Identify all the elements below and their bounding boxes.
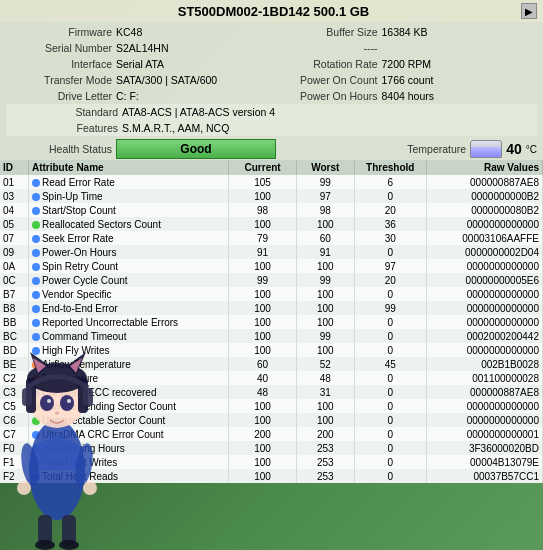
cell-worst: 100 xyxy=(296,287,354,301)
rotation-value: 7200 RPM xyxy=(382,58,462,70)
cell-current: 91 xyxy=(229,245,296,259)
health-status-button[interactable]: Good xyxy=(116,139,276,159)
transfer-label: Transfer Mode xyxy=(6,74,116,86)
cell-threshold: 30 xyxy=(354,231,426,245)
cell-id: 0A xyxy=(0,259,28,273)
close-button[interactable]: ▶ xyxy=(521,3,537,19)
power-on-hours-value: 8404 hours xyxy=(382,90,462,102)
status-dot xyxy=(32,417,40,425)
table-row: B7 Vendor Specific 100 100 0 00000000000… xyxy=(0,287,543,301)
table-row: F2 Total Host Reads 100 253 0 00037B57CC… xyxy=(0,469,543,483)
buffer-size-value: 16384 KB xyxy=(382,26,462,38)
cell-worst: 60 xyxy=(296,231,354,245)
status-dot xyxy=(32,347,40,355)
cell-worst: 99 xyxy=(296,329,354,343)
cell-threshold: 97 xyxy=(354,259,426,273)
cell-current: 48 xyxy=(229,385,296,399)
cell-threshold: 0 xyxy=(354,329,426,343)
cell-current: 79 xyxy=(229,231,296,245)
cell-current: 100 xyxy=(229,399,296,413)
serial-label: Serial Number xyxy=(6,42,116,54)
cell-threshold: 0 xyxy=(354,343,426,357)
table-row: F0 Head Flying Hours 100 253 0 3F3600002… xyxy=(0,441,543,455)
col-header-threshold: Threshold xyxy=(354,160,426,175)
cell-worst: 100 xyxy=(296,217,354,231)
cell-threshold: 0 xyxy=(354,245,426,259)
status-dot xyxy=(32,389,40,397)
cell-threshold: 0 xyxy=(354,427,426,441)
buffer-size-label: Buffer Size xyxy=(272,26,382,38)
features-label: Features xyxy=(12,122,122,134)
cell-worst: 99 xyxy=(296,175,354,189)
cell-current: 99 xyxy=(229,273,296,287)
table-row: 04 Start/Stop Count 98 98 20 0000000080B… xyxy=(0,203,543,217)
info-left: Firmware KC48 Serial Number S2AL14HN Int… xyxy=(6,24,272,104)
table-row: 07 Seek Error Rate 79 60 30 00003106AAFF… xyxy=(0,231,543,245)
cell-id: C3 xyxy=(0,385,28,399)
cell-threshold: 0 xyxy=(354,287,426,301)
firmware-value: KC48 xyxy=(116,26,236,38)
separator: ---- xyxy=(272,42,382,54)
cell-id: 04 xyxy=(0,203,28,217)
cell-threshold: 6 xyxy=(354,175,426,189)
cell-worst: 98 xyxy=(296,203,354,217)
cell-name: Spin-Up Time xyxy=(28,189,229,203)
cell-raw: 001100000028 xyxy=(426,371,542,385)
cell-name: UltraDMA CRC Error Count xyxy=(28,427,229,441)
table-row: F1 Total Host Writes 100 253 0 00004B130… xyxy=(0,455,543,469)
cell-current: 100 xyxy=(229,413,296,427)
cell-name: Vendor Specific xyxy=(28,287,229,301)
cell-raw: 000000887AE8 xyxy=(426,385,542,399)
cell-id: C2 xyxy=(0,371,28,385)
cell-id: BB xyxy=(0,315,28,329)
smart-table-body: 01 Read Error Rate 105 99 6 000000887AE8… xyxy=(0,175,543,483)
table-row: 0C Power Cycle Count 99 99 20 0000000000… xyxy=(0,273,543,287)
cell-worst: 52 xyxy=(296,357,354,371)
cell-raw: 000000887AE8 xyxy=(426,175,542,189)
cell-id: C5 xyxy=(0,399,28,413)
table-row: C3 Hardware ECC recovered 48 31 0 000000… xyxy=(0,385,543,399)
cell-id: 01 xyxy=(0,175,28,189)
cell-worst: 100 xyxy=(296,399,354,413)
cell-name: Total Host Reads xyxy=(28,469,229,483)
cell-worst: 99 xyxy=(296,273,354,287)
cell-name: Reported Uncorrectable Errors xyxy=(28,315,229,329)
cell-name: Head Flying Hours xyxy=(28,441,229,455)
cell-threshold: 20 xyxy=(354,273,426,287)
table-row: BB Reported Uncorrectable Errors 100 100… xyxy=(0,315,543,329)
cell-worst: 31 xyxy=(296,385,354,399)
table-row: 03 Spin-Up Time 100 97 0 0000000000B2 xyxy=(0,189,543,203)
col-header-worst: Worst xyxy=(296,160,354,175)
cell-current: 100 xyxy=(229,189,296,203)
cell-threshold: 0 xyxy=(354,385,426,399)
cell-name: Total Host Writes xyxy=(28,455,229,469)
drive-letter-label: Drive Letter xyxy=(6,90,116,102)
cell-id: B7 xyxy=(0,287,28,301)
status-dot xyxy=(32,291,40,299)
cell-raw: 0000000080B2 xyxy=(426,203,542,217)
table-row: C6 Uncorrectable Sector Count 100 100 0 … xyxy=(0,413,543,427)
cell-id: BD xyxy=(0,343,28,357)
status-dot xyxy=(32,333,40,341)
table-row: 05 Reallocated Sectors Count 100 100 36 … xyxy=(0,217,543,231)
cell-id: F2 xyxy=(0,469,28,483)
cell-name: Command Timeout xyxy=(28,329,229,343)
cell-name: Power Cycle Count xyxy=(28,273,229,287)
table-row: B8 End-to-End Error 100 100 99 000000000… xyxy=(0,301,543,315)
cell-id: BE xyxy=(0,357,28,371)
status-dot xyxy=(32,431,40,439)
cell-current: 200 xyxy=(229,427,296,441)
table-header-row: ID Attribute Name Current Worst Threshol… xyxy=(0,160,543,175)
status-dot xyxy=(32,473,40,481)
cell-raw: 0000000000000 xyxy=(426,259,542,273)
cell-name: Current Pending Sector Count xyxy=(28,399,229,413)
cell-worst: 100 xyxy=(296,343,354,357)
table-row: 0A Spin Retry Count 100 100 97 000000000… xyxy=(0,259,543,273)
col-header-raw: Raw Values xyxy=(426,160,542,175)
table-row: BC Command Timeout 100 99 0 000200020044… xyxy=(0,329,543,343)
cell-raw: 0000000002D04 xyxy=(426,245,542,259)
serial-value: S2AL14HN xyxy=(116,42,236,54)
cell-threshold: 0 xyxy=(354,399,426,413)
firmware-label: Firmware xyxy=(6,26,116,38)
cell-raw: 0000000000001 xyxy=(426,427,542,441)
